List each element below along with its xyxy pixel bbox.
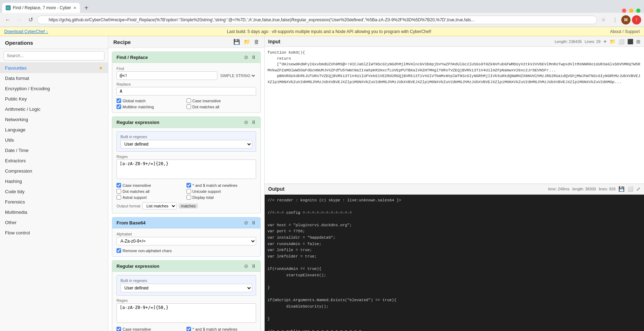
find-input[interactable] [117, 71, 217, 80]
sidebar-item-datetime[interactable]: Date / Time [0, 145, 108, 156]
find-type-select[interactable]: SIMPLE STRING [219, 73, 256, 78]
regex1-case-checkbox[interactable]: Case insensitive [117, 183, 186, 188]
active-tab[interactable]: C Find / Replace, 7 more - Cyber ✕ [2, 3, 80, 13]
forward-button[interactable]: → [14, 15, 24, 25]
regex1-dot-checkbox[interactable]: Dot matches all [117, 189, 186, 194]
tab-close-button[interactable]: ✕ [73, 6, 76, 10]
sidebar-item-encryption[interactable]: Encryption / Encoding [0, 83, 108, 94]
input-lines-value: 29 [596, 39, 600, 44]
remove-non-alphabet-checkbox[interactable]: Remove non-alphabet chars [117, 248, 256, 253]
input-split-button[interactable]: ⬜ [618, 39, 624, 44]
window-maximize-button[interactable] [636, 9, 640, 13]
output-expand-button[interactable]: ⤢ [636, 186, 640, 192]
output-panel: Output time: 248ms length: 38300 lines: … [265, 184, 644, 331]
regex2-header: Regular expression ⊘ ⏸ [112, 261, 260, 272]
about-support-link[interactable]: About / Support [610, 29, 640, 34]
window-minimize-button[interactable] [629, 9, 633, 13]
sidebar-item-forensics[interactable]: Forensics [0, 197, 108, 207]
regex1-disable-icon[interactable]: ⊘ [244, 119, 248, 125]
input-panel: Input Length: 236435 Lines: 29 + 📁 ⬜ ⬛ ⊞… [265, 36, 644, 184]
find-replace-disable-icon[interactable]: ⊘ [244, 54, 248, 60]
input-clear-button[interactable]: ⬛ [627, 39, 633, 44]
recipe-save-button[interactable]: 💾 [233, 39, 240, 45]
regex1-astral-checkbox[interactable]: Astral support [117, 195, 186, 200]
sidebar-item-multimedia[interactable]: Multimedia [0, 207, 108, 217]
sidebar-item-networking[interactable]: Networking [0, 114, 108, 125]
sidebar-item-language[interactable]: Language [0, 125, 108, 135]
alphabet-select[interactable]: A-Za-z0-9+/= [117, 237, 256, 245]
tab-favicon: C [6, 5, 11, 10]
new-tab-button[interactable]: + [81, 3, 91, 13]
regex2-newlines-checkbox[interactable]: ^ and $ match at newlines [186, 327, 256, 331]
regex2-disable-icon[interactable]: ⊘ [244, 263, 248, 269]
input-lines-label: Lines: 29 [585, 39, 601, 44]
input-grid-button[interactable]: ⊞ [636, 39, 640, 44]
back-button[interactable]: ← [3, 15, 13, 25]
output-save-button[interactable]: 💾 [618, 186, 624, 192]
extension-button[interactable]: ! [632, 15, 641, 25]
regex2-pause-icon[interactable]: ⏸ [251, 263, 256, 269]
regex1-display-total-checkbox[interactable]: Display total [186, 195, 256, 200]
regex2-card: Regular expression ⊘ ⏸ Built in regexes … [112, 260, 261, 331]
sidebar-item-code-tidy[interactable]: Code tidy [0, 186, 108, 197]
regex2-case-checkbox[interactable]: Case insensitive [117, 327, 186, 331]
regex1-input[interactable]: [a-zA-Z0-9+/=]{20,} [117, 159, 256, 179]
input-header-right: Length: 236435 Lines: 29 + 📁 ⬜ ⬛ ⊞ [555, 38, 641, 45]
regex2-input[interactable]: [a-zA-Z0-9+/=]{50,} [117, 303, 256, 323]
input-content[interactable]: function koKO(){ return ["dHJsew0KdmFyIG… [265, 47, 644, 184]
multiline-matching-checkbox[interactable]: Multiline matching [117, 104, 186, 109]
from-base64-header: From Base64 ⊘ ⏸ [112, 217, 260, 228]
find-replace-header: Find / Replace ⊘ ⏸ [112, 52, 260, 63]
io-panels: Input Length: 236435 Lines: 29 + 📁 ⬜ ⬛ ⊞… [265, 36, 644, 331]
bookmark-button[interactable]: ☆ [599, 15, 608, 25]
sidebar-item-favourites[interactable]: Favourites ★ [0, 63, 108, 73]
sidebar-item-extractors[interactable]: Extractors [0, 156, 108, 166]
url-bar[interactable] [37, 16, 597, 24]
window-close-button[interactable] [622, 9, 626, 13]
output-content[interactable]: //< recoder : kognito (c) skype : live:u… [265, 195, 644, 331]
output-split-button[interactable]: ⬜ [627, 186, 633, 192]
sidebar-item-compression[interactable]: Compression [0, 166, 108, 176]
find-replace-pause-icon[interactable]: ⏸ [251, 54, 256, 60]
replace-field-container: Replace [117, 82, 256, 96]
from-base64-pause-icon[interactable]: ⏸ [251, 220, 256, 226]
sidebar: Operations Favourites ★ Data format Encr… [0, 36, 108, 331]
replace-label: Replace [117, 82, 256, 86]
input-folder-button[interactable]: 📁 [610, 39, 616, 44]
sidebar-item-other[interactable]: Other [0, 217, 108, 228]
sidebar-item-hashing[interactable]: Hashing [0, 176, 108, 186]
reload-button[interactable]: ↺ [26, 15, 36, 25]
notification-center: Last build: 5 days ago · v9 supports mul… [227, 29, 432, 34]
search-input[interactable] [4, 51, 104, 60]
global-match-checkbox[interactable]: Global match [117, 98, 186, 103]
output-lines-value: 926 [609, 187, 616, 191]
regex2-body: Built in regexes User defined Regex [a-z… [112, 272, 260, 331]
output-format-select-1[interactable]: List matches [142, 202, 177, 210]
recipe-folder-button[interactable]: 📁 [244, 39, 250, 45]
recipe-trash-button[interactable]: 🗑 [254, 39, 259, 45]
built-in-select-2[interactable]: User defined [120, 284, 252, 292]
input-add-button[interactable]: + [604, 38, 607, 45]
download-link[interactable]: Download CyberChef ↓ [4, 29, 48, 34]
regex2-label: Regex [117, 298, 256, 303]
sidebar-item-flow-control[interactable]: Flow control [0, 228, 108, 238]
built-in-select-1[interactable]: User defined [120, 140, 252, 148]
find-input-row: SIMPLE STRING [117, 71, 256, 80]
sidebar-item-arithmetic[interactable]: Arithmetic / Logic [0, 104, 108, 114]
regex1-pause-icon[interactable]: ⏸ [251, 119, 256, 125]
menu-button[interactable]: ⋮ [610, 15, 620, 25]
sidebar-item-public-key[interactable]: Public Key [0, 94, 108, 104]
regex1-newlines-checkbox[interactable]: ^ and $ match at newlines [186, 183, 256, 188]
regex1-unicode-checkbox[interactable]: Unicode support [186, 189, 256, 194]
replace-input[interactable] [117, 87, 256, 96]
browser-chrome: C Find / Replace, 7 more - Cyber ✕ + ← →… [0, 0, 644, 36]
sidebar-item-label: Public Key [5, 96, 27, 102]
regex1-output-row: Output format List matches matches [117, 202, 256, 210]
sidebar-item-data-format[interactable]: Data format [0, 73, 108, 83]
case-insensitive-checkbox[interactable]: Case insensitive [186, 98, 256, 103]
sidebar-item-utils[interactable]: Utils [0, 135, 108, 145]
sidebar-item-label: Other [5, 220, 17, 225]
profile-button[interactable]: M [621, 15, 631, 25]
dot-matches-all-checkbox-1[interactable]: Dot matches all [186, 104, 256, 109]
from-base64-disable-icon[interactable]: ⊘ [244, 220, 248, 226]
